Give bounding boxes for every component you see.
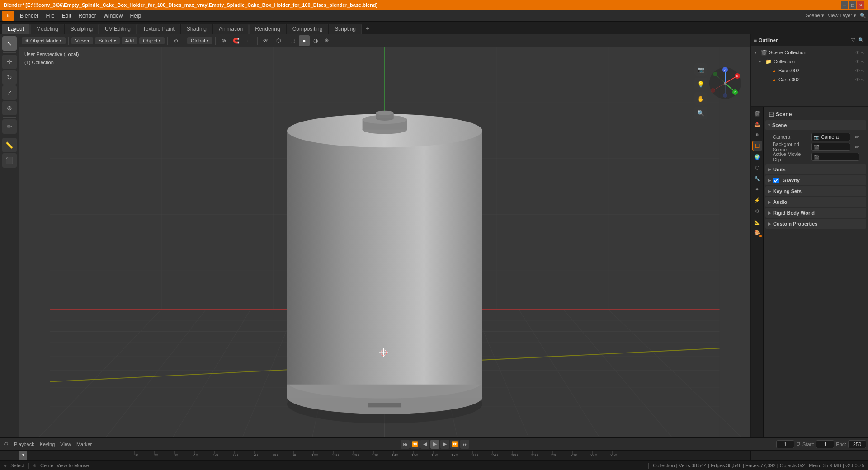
transform-global-selector[interactable]: Global (187, 37, 212, 44)
keying-sets-header[interactable]: ▶ Keying Sets (765, 186, 866, 196)
minimize-button[interactable]: ─ (841, 1, 848, 9)
timeline-frames-row[interactable]: 1 10 20 30 40 50 (0, 451, 868, 460)
visibility-icon[interactable]: 👁 (855, 50, 860, 55)
outliner-case002[interactable]: ▲ Case.002 👁 ↖ (753, 75, 866, 84)
tab-scripting[interactable]: Scripting (329, 24, 362, 34)
render-preview-icon[interactable]: 💡 (694, 78, 707, 90)
tab-texture-paint[interactable]: Texture Paint (137, 24, 180, 34)
viewport-local-view-icon[interactable]: ⊙ (170, 35, 181, 46)
tab-shading[interactable]: Shading (181, 24, 212, 34)
transform-tool-button[interactable]: ⊕ (2, 101, 17, 115)
viewport-mode-selector[interactable]: ◈ Object Mode (22, 37, 66, 44)
tab-sculpting[interactable]: Sculpting (65, 24, 99, 34)
data-props-icon[interactable]: 📐 (752, 217, 762, 227)
outliner-base002[interactable]: ▲ Base.002 👁 ↖ (753, 66, 866, 75)
select-tool-button[interactable]: ↖ (2, 36, 17, 51)
rendered-preview-button[interactable]: ☀ (321, 35, 332, 46)
material-preview-button[interactable]: ◑ (310, 35, 321, 46)
scene-subsection-header[interactable]: ▾ Scene (765, 120, 866, 130)
show-overlays-icon[interactable]: ⬡ (273, 35, 284, 46)
tab-animation[interactable]: Animation (213, 24, 249, 34)
camera-field[interactable]: 📷 Camera (811, 133, 850, 141)
render-props-icon[interactable]: 🎬 (752, 108, 762, 118)
close-button[interactable]: ✕ (857, 1, 864, 9)
menu-window[interactable]: Window (100, 12, 127, 20)
maximize-button[interactable]: □ (849, 1, 856, 9)
snap-icon[interactable]: 🧲 (231, 35, 242, 46)
constraints-props-icon[interactable]: ⚙ (752, 206, 762, 216)
play-button[interactable]: ▶ (430, 440, 439, 449)
material-props-icon[interactable]: 🎨 (752, 228, 762, 238)
particles-props-icon[interactable]: ✦ (752, 184, 762, 194)
output-props-icon[interactable]: 📤 (752, 119, 762, 129)
add-cube-button[interactable]: ⬛ (2, 153, 17, 168)
playback-menu[interactable]: Playback (12, 442, 36, 447)
viewport-3d[interactable]: ◈ Object Mode View Select Add Object ⊙ G… (19, 34, 750, 437)
next-keyframe-button[interactable]: ⏩ (450, 440, 459, 449)
rigid-body-header[interactable]: ▶ Rigid Body World (765, 208, 866, 218)
zoom-icon[interactable]: 🔍 (694, 107, 707, 119)
rotate-tool-button[interactable]: ↻ (2, 70, 17, 85)
keying-menu[interactable]: Keying (38, 442, 57, 447)
gravity-section-header[interactable]: ▶ Gravity (765, 175, 866, 185)
viewport-select-menu[interactable]: Select (95, 37, 120, 44)
end-frame-field[interactable]: 250 (848, 440, 866, 448)
menu-render[interactable]: Render (75, 12, 99, 20)
viewport-object-menu[interactable]: Object (139, 37, 165, 44)
tab-rendering[interactable]: Rendering (249, 24, 286, 34)
pan-tool-icon[interactable]: ✋ (694, 92, 707, 105)
tab-compositing[interactable]: Compositing (287, 24, 329, 34)
wireframe-shading-button[interactable]: ⬚ (288, 35, 298, 46)
solid-shading-button[interactable]: ● (299, 35, 310, 46)
annotate-tool-button[interactable]: ✏ (2, 119, 17, 134)
navigation-gizmo[interactable]: Z X Y (707, 65, 743, 101)
viewport-add-menu[interactable]: Add (122, 37, 138, 44)
physics-props-icon[interactable]: ⚡ (752, 195, 762, 205)
scene-selector[interactable]: Scene ▾ (806, 13, 824, 19)
world-props-icon[interactable]: 🌍 (752, 152, 762, 162)
menu-file[interactable]: File (42, 12, 58, 20)
modifier-props-icon[interactable]: 🔧 (752, 174, 762, 183)
show-hide-icon[interactable]: 👁 (260, 35, 271, 46)
prev-keyframe-button[interactable]: ⏪ (410, 440, 420, 449)
scene-props-icon[interactable]: 🎞 (752, 141, 762, 151)
menu-help[interactable]: Help (126, 12, 145, 20)
outliner-search-button[interactable]: 🔍 (857, 37, 865, 43)
viewport-view-menu[interactable]: View (71, 37, 93, 44)
move-tool-button[interactable]: ✛ (2, 55, 17, 69)
jump-to-end-button[interactable]: ⏭ (460, 440, 469, 449)
menu-edit[interactable]: Edit (58, 12, 75, 20)
outliner-scene-collection[interactable]: ▾ 🎬 Scene Collection 👁 ↖ (753, 48, 866, 57)
gravity-checkbox[interactable] (773, 178, 779, 183)
marker-menu[interactable]: Marker (75, 442, 94, 447)
auto-mirror-icon[interactable]: ↔ (244, 35, 255, 46)
custom-props-header[interactable]: ▶ Custom Properties (765, 219, 866, 229)
jump-to-start-button[interactable]: ⏮ (401, 440, 410, 449)
active-movie-clip-field[interactable]: 🎬 (811, 153, 859, 161)
outliner-collection[interactable]: ▾ 📁 Collection 👁 ↖ (753, 57, 866, 66)
start-frame-field[interactable]: 1 (816, 440, 834, 448)
camera-edit-icon[interactable]: ✏ (855, 134, 859, 140)
view-layer-props-icon[interactable]: 👁 (752, 130, 762, 140)
prev-frame-button[interactable]: ◀ (420, 440, 429, 449)
view-menu[interactable]: View (58, 442, 73, 447)
units-section-header[interactable]: ▶ Units (765, 164, 866, 174)
background-scene-edit-icon[interactable]: ✏ (855, 144, 859, 150)
outliner-filter-button[interactable]: ▽ (850, 37, 856, 43)
search-icon[interactable]: 🔍 (860, 13, 866, 19)
measure-tool-button[interactable]: 📏 (2, 138, 17, 152)
select-icon[interactable]: ↖ (861, 50, 864, 55)
proportional-edit-icon[interactable]: ⊚ (218, 35, 229, 46)
next-frame-button[interactable]: ▶ (440, 440, 449, 449)
object-props-icon[interactable]: ⬡ (752, 163, 762, 173)
scale-tool-button[interactable]: ⤢ (2, 85, 17, 100)
background-scene-field[interactable]: 🎬 (811, 143, 850, 151)
menu-blender[interactable]: Blender (16, 12, 42, 20)
current-frame-field[interactable]: 1 (776, 440, 794, 448)
tab-modeling[interactable]: Modeling (30, 24, 64, 34)
add-workspace-button[interactable]: + (362, 23, 373, 34)
view-layer-selector[interactable]: View Layer ▾ (828, 13, 856, 19)
audio-section-header[interactable]: ▶ Audio (765, 197, 866, 207)
tab-layout[interactable]: Layout (2, 24, 30, 34)
camera-view-icon[interactable]: 📷 (694, 63, 707, 76)
